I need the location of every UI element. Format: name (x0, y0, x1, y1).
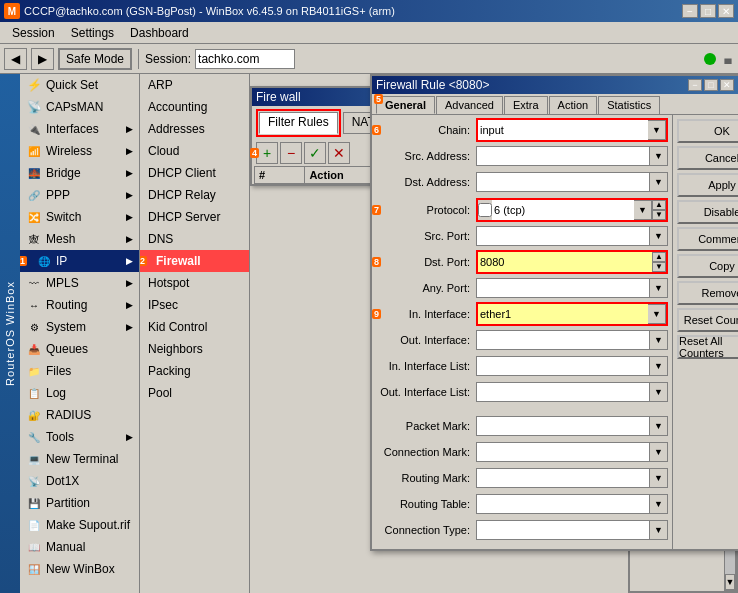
nav-partition[interactable]: 💾 Partition (20, 492, 139, 514)
src-address-dropdown-btn[interactable]: ▼ (650, 146, 668, 166)
sub-item-packing[interactable]: Packing (140, 360, 249, 382)
nav-radius[interactable]: 🔐 RADIUS (20, 404, 139, 426)
sub-item-dhcp-relay[interactable]: DHCP Relay (140, 184, 249, 206)
safe-mode-button[interactable]: Safe Mode (58, 48, 132, 70)
nav-bridge[interactable]: 🌉 Bridge ▶ (20, 162, 139, 184)
tab-advanced[interactable]: Advanced (436, 96, 503, 114)
nav-new-winbox[interactable]: 🪟 New WinBox (20, 558, 139, 580)
in-interface-list-dropdown-btn[interactable]: ▼ (650, 356, 668, 376)
out-interface-input[interactable] (476, 330, 650, 350)
scrollbar-down[interactable]: ▼ (725, 574, 735, 590)
nav-log[interactable]: 📋 Log (20, 382, 139, 404)
add-rule-btn[interactable]: + (256, 142, 278, 164)
disable-rule-btn[interactable]: ✕ (328, 142, 350, 164)
frd-max-btn[interactable]: □ (704, 79, 718, 91)
sub-item-ipsec[interactable]: IPsec (140, 294, 249, 316)
dst-port-input[interactable] (478, 252, 652, 272)
sub-item-hotspot[interactable]: Hotspot (140, 272, 249, 294)
menu-dashboard[interactable]: Dashboard (122, 24, 197, 42)
connection-type-input[interactable] (476, 520, 650, 540)
nav-switch[interactable]: 🔀 Switch ▶ (20, 206, 139, 228)
reset-all-counters-button[interactable]: Reset All Counters (677, 335, 738, 359)
protocol-spin-up[interactable]: ▲ (652, 200, 666, 210)
nav-dot1x[interactable]: 📡 Dot1X (20, 470, 139, 492)
nav-make-supout[interactable]: 📄 Make Supout.rif (20, 514, 139, 536)
menu-session[interactable]: Session (4, 24, 63, 42)
connection-mark-input[interactable] (476, 442, 650, 462)
nav-tools[interactable]: 🔧 Tools ▶ (20, 426, 139, 448)
ok-button[interactable]: OK (677, 119, 738, 143)
sub-item-neighbors[interactable]: Neighbors (140, 338, 249, 360)
sub-item-arp[interactable]: ARP (140, 74, 249, 96)
sub-item-cloud[interactable]: Cloud (140, 140, 249, 162)
sub-item-firewall[interactable]: 2 Firewall (140, 250, 249, 272)
chain-dropdown-btn[interactable]: ▼ (648, 120, 666, 140)
comment-button[interactable]: Comment (677, 227, 738, 251)
out-interface-dropdown-btn[interactable]: ▼ (650, 330, 668, 350)
back-button[interactable]: ◀ (4, 48, 27, 70)
tab-extra[interactable]: Extra (504, 96, 548, 114)
minimize-button[interactable]: − (682, 4, 698, 18)
in-interface-list-input[interactable] (476, 356, 650, 376)
close-button[interactable]: ✕ (718, 4, 734, 18)
packet-mark-dropdown-btn[interactable]: ▼ (650, 416, 668, 436)
nav-capsman[interactable]: 📡 CAPsMAN (20, 96, 139, 118)
sub-item-dns[interactable]: DNS (140, 228, 249, 250)
routing-mark-dropdown-btn[interactable]: ▼ (650, 468, 668, 488)
nav-mpls[interactable]: 〰 MPLS ▶ (20, 272, 139, 294)
sub-item-pool[interactable]: Pool (140, 382, 249, 404)
connection-type-dropdown-btn[interactable]: ▼ (650, 520, 668, 540)
nav-ip[interactable]: 1 🌐 IP ▶ (20, 250, 139, 272)
cancel-button[interactable]: Cancel (677, 146, 738, 170)
routing-mark-input[interactable] (476, 468, 650, 488)
nav-manual[interactable]: 📖 Manual (20, 536, 139, 558)
src-port-input[interactable] (476, 226, 650, 246)
packet-mark-input[interactable] (476, 416, 650, 436)
protocol-dropdown-btn[interactable]: ▼ (634, 200, 652, 220)
tab-action[interactable]: Action (549, 96, 598, 114)
sub-item-kid-control[interactable]: Kid Control (140, 316, 249, 338)
any-port-input[interactable] (476, 278, 650, 298)
src-address-input[interactable] (476, 146, 650, 166)
routing-table-input[interactable] (476, 494, 650, 514)
nav-new-terminal[interactable]: 💻 New Terminal (20, 448, 139, 470)
out-interface-list-input[interactable] (476, 382, 650, 402)
any-port-dropdown-btn[interactable]: ▼ (650, 278, 668, 298)
dst-port-spin-down[interactable]: ▼ (652, 262, 666, 272)
nav-system[interactable]: ⚙ System ▶ (20, 316, 139, 338)
dst-port-spin-up[interactable]: ▲ (652, 252, 666, 262)
nav-ppp[interactable]: 🔗 PPP ▶ (20, 184, 139, 206)
tab-statistics[interactable]: Statistics (598, 96, 660, 114)
sub-item-dhcp-server[interactable]: DHCP Server (140, 206, 249, 228)
nav-files[interactable]: 📁 Files (20, 360, 139, 382)
remove-button[interactable]: Remove (677, 281, 738, 305)
disable-button[interactable]: Disable (677, 200, 738, 224)
protocol-spin-down[interactable]: ▼ (652, 210, 666, 220)
frd-close-btn[interactable]: ✕ (720, 79, 734, 91)
sub-item-accounting[interactable]: Accounting (140, 96, 249, 118)
nav-wireless[interactable]: 📶 Wireless ▶ (20, 140, 139, 162)
session-input[interactable] (195, 49, 295, 69)
frd-min-btn[interactable]: − (688, 79, 702, 91)
sub-item-dhcp-client[interactable]: DHCP Client (140, 162, 249, 184)
reset-counters-button[interactable]: Reset Counters (677, 308, 738, 332)
dst-address-input[interactable] (476, 172, 650, 192)
tab-general[interactable]: General (376, 96, 435, 114)
forward-button[interactable]: ▶ (31, 48, 54, 70)
nav-quick-set[interactable]: ⚡ Quick Set (20, 74, 139, 96)
filter-rules-tab[interactable]: Filter Rules (259, 112, 338, 134)
protocol-checkbox[interactable] (478, 203, 492, 217)
nav-queues[interactable]: 📥 Queues (20, 338, 139, 360)
nav-routing[interactable]: ↔ Routing ▶ (20, 294, 139, 316)
connection-mark-dropdown-btn[interactable]: ▼ (650, 442, 668, 462)
menu-settings[interactable]: Settings (63, 24, 122, 42)
dst-address-dropdown-btn[interactable]: ▼ (650, 172, 668, 192)
sub-item-addresses[interactable]: Addresses (140, 118, 249, 140)
apply-button[interactable]: Apply (677, 173, 738, 197)
routing-table-dropdown-btn[interactable]: ▼ (650, 494, 668, 514)
nav-interfaces[interactable]: 🔌 Interfaces ▶ (20, 118, 139, 140)
protocol-input[interactable] (492, 200, 634, 220)
in-interface-dropdown-btn[interactable]: ▼ (648, 304, 666, 324)
copy-button[interactable]: Copy (677, 254, 738, 278)
remove-rule-btn[interactable]: − (280, 142, 302, 164)
